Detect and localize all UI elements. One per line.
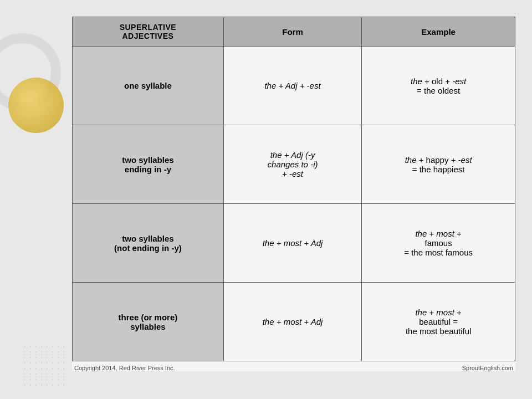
- footer: Copyright 2014, Red River Press Inc. Spr…: [72, 361, 515, 371]
- decorative-circle-gold: [8, 78, 64, 133]
- form-two-syllables-not-y: the + most + Adj: [223, 204, 361, 283]
- form-two-syllables-y: the + Adj (-ychanges to -i)+ -est: [223, 125, 361, 204]
- form-one-syllable: the + Adj + -est: [223, 47, 361, 125]
- decorative-dots: [22, 344, 66, 388]
- grammar-table: SUPERLATIVEADJECTIVES Form Example one s…: [72, 17, 515, 361]
- main-content: SUPERLATIVEADJECTIVES Form Example one s…: [72, 17, 515, 371]
- example-two-syllables-not-y: the + most + famous = the most famous: [362, 204, 515, 283]
- category-two-syllables-not-y: two syllables(not ending in -y): [73, 204, 224, 283]
- footer-website: SproutEnglish.com: [462, 365, 513, 371]
- example-three-syllables: the + most + beautiful = the most beauti…: [362, 283, 515, 361]
- table-row: three (or more)syllables the + most + Ad…: [73, 283, 515, 361]
- example-two-syllables-y: the + happy + -est = the happiest: [362, 125, 515, 204]
- example-one-syllable: the + old + -est = the oldest: [362, 47, 515, 125]
- category-three-syllables: three (or more)syllables: [73, 283, 224, 361]
- header-form: Form: [223, 17, 361, 47]
- footer-copyright: Copyright 2014, Red River Press Inc.: [74, 365, 175, 371]
- table-row: one syllable the + Adj + -est the + old …: [73, 47, 515, 125]
- table-row: two syllablesending in -y the + Adj (-yc…: [73, 125, 515, 204]
- table-row: two syllables(not ending in -y) the + mo…: [73, 204, 515, 283]
- category-two-syllables-y: two syllablesending in -y: [73, 125, 224, 204]
- header-example: Example: [362, 17, 515, 47]
- header-superlative-adjectives: SUPERLATIVEADJECTIVES: [73, 17, 224, 47]
- category-one-syllable: one syllable: [73, 47, 224, 125]
- table-header-row: SUPERLATIVEADJECTIVES Form Example: [73, 17, 515, 47]
- form-three-syllables: the + most + Adj: [223, 283, 361, 361]
